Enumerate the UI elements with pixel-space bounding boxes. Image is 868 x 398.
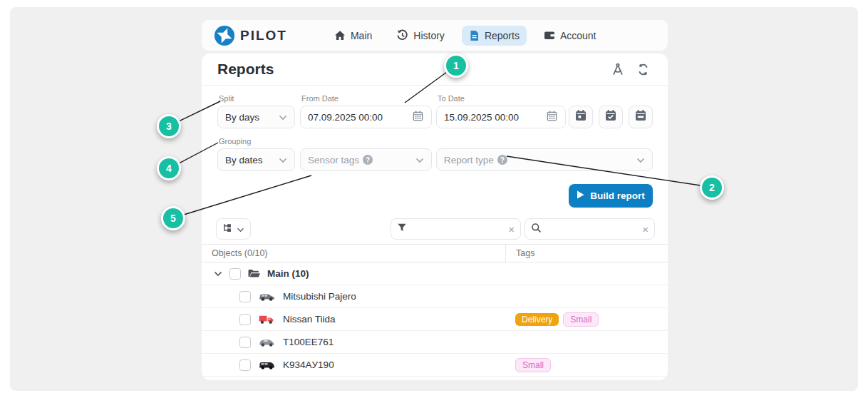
chevron-down-icon [279,112,287,123]
wallet-icon [544,30,555,41]
help-icon[interactable]: ? [363,155,373,165]
from-date-input[interactable]: 07.09.2025 00:00 [300,106,432,128]
row-tags: DeliverySmall [515,308,599,330]
callout-badge-2: 2 [700,175,724,200]
nav-item-account[interactable]: Account [537,26,604,46]
chevron-down-icon [237,223,244,235]
page-title: Reports [217,61,274,78]
to-date-input[interactable]: 15.09.2025 00:00 [436,106,566,128]
document-icon [469,30,480,41]
reports-card: Reports Split By days From Date 07.09.20… [202,53,668,380]
tags-column-header: Tags [506,248,534,258]
row-checkbox[interactable] [239,337,251,348]
from-date-value: 07.09.2025 00:00 [308,112,412,123]
refresh-icon[interactable] [636,63,651,77]
help-icon[interactable]: ? [497,155,507,165]
chevron-down-icon [279,155,287,165]
suv-icon [257,290,277,302]
tree-icon [222,223,233,236]
nav-item-label: Main [351,30,372,41]
row-label: Nissan Tiida [283,314,336,325]
build-report-label: Build report [590,190,645,201]
folder-row[interactable]: Main (10) [202,262,668,285]
report-type-placeholder: Report type [444,155,494,165]
search-icon [531,223,542,236]
callout-badge-3: 3 [157,114,181,138]
nav-item-label: History [413,30,445,41]
truck-icon [257,313,277,325]
row-label: K934AУ190 [283,359,334,370]
chevron-down-icon [636,155,645,165]
search-input[interactable] [546,224,638,235]
table-header: Objects (0/10) Tags [202,244,668,262]
calendar-check-icon [604,109,617,125]
card-header: Reports [202,53,668,86]
filter-box: × [391,218,521,240]
callout-badge-1: 1 [444,53,468,78]
nav-item-label: Account [560,30,596,41]
top-navbar: PILOT Main History Reports Account [202,20,668,51]
nav-item-label: Reports [485,30,520,41]
row-label: T100EE761 [283,337,334,347]
nav-item-history[interactable]: History [389,25,452,46]
folder-open-icon [247,268,261,279]
clear-filter-icon[interactable]: × [508,224,515,235]
history-icon [396,29,408,41]
callout-badge-4: 4 [157,156,181,180]
tree-view-button[interactable] [216,218,251,240]
vehicle-row[interactable]: Nissan TiidaDeliverySmall [202,308,668,331]
clear-search-icon[interactable]: × [642,224,649,235]
vehicle-row[interactable]: Mitsubishi Pajero [202,285,668,308]
nav-item-main[interactable]: Main [327,26,379,46]
row-checkbox[interactable] [239,359,251,371]
vehicle-row[interactable]: T100EE761 [202,331,668,354]
grouping-label: Grouping [219,137,251,146]
sensor-tags-placeholder: Sensor tags [308,155,359,165]
vehicle-row[interactable] [202,377,668,380]
nav-items: Main History Reports Account [327,25,604,46]
compass-icon[interactable] [611,63,625,77]
row-checkbox[interactable] [229,268,241,280]
row-tags: Small [515,354,551,376]
brand-name: PILOT [240,28,287,44]
row-checkbox[interactable] [239,314,251,325]
calendar-range-icon [634,109,647,125]
play-icon [577,190,584,201]
callout-badge-5: 5 [161,206,185,230]
vehicle-row[interactable]: K934AУ190Small [202,354,668,377]
to-date-value: 15.09.2025 00:00 [444,112,546,123]
search-box: × [525,218,655,240]
split-value: By days [225,112,279,123]
calendar-day-icon [574,109,587,125]
funnel-icon [397,223,407,235]
row-label: Mitsubishi Pajero [283,291,356,302]
car-icon [257,336,277,348]
row-checkbox[interactable] [239,291,251,302]
split-select[interactable]: By days [217,106,295,128]
tag-badge: Small [515,358,551,372]
quick-today-button[interactable] [569,106,593,128]
chevron-down-icon [415,155,424,165]
pilot-logo-icon [214,25,235,46]
home-icon [334,30,346,41]
split-label: Split [219,94,234,103]
grouping-select[interactable]: By dates [217,148,295,171]
nav-item-reports[interactable]: Reports [462,26,527,46]
calendar-icon[interactable] [546,110,558,124]
brand: PILOT [214,25,287,46]
tag-badge: Small [563,312,599,327]
grouping-value: By dates [225,155,279,165]
quick-week-button[interactable] [599,106,623,128]
build-report-button[interactable]: Build report [569,184,653,208]
quick-month-button[interactable] [629,106,653,128]
sensor-tags-select[interactable]: Sensor tags ? [300,148,432,171]
van-icon [257,359,277,371]
tag-badge: Delivery [515,313,559,326]
to-date-label: To Date [438,94,465,103]
filter-input[interactable] [411,224,504,235]
objects-column-header: Objects (0/10) [202,245,506,262]
tree-expand-icon[interactable] [214,271,222,277]
calendar-icon[interactable] [412,110,424,124]
report-type-select[interactable]: Report type ? [436,148,653,171]
object-tree: Main (10)Mitsubishi PajeroNissan TiidaDe… [202,262,668,380]
